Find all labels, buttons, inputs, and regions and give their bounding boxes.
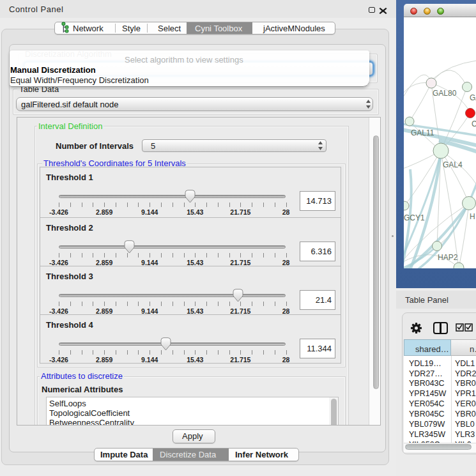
svg-text:HAP2: HAP2 [438, 253, 458, 262]
svg-text:GAL4: GAL4 [443, 160, 463, 169]
svg-text:GAL7: GAL7 [470, 93, 476, 102]
svg-text:GAL80: GAL80 [433, 89, 457, 98]
svg-text:H: H [470, 212, 475, 221]
svg-text:C: C [472, 119, 476, 128]
svg-text:GAL11: GAL11 [411, 128, 434, 137]
svg-text:GCY1: GCY1 [404, 213, 425, 222]
